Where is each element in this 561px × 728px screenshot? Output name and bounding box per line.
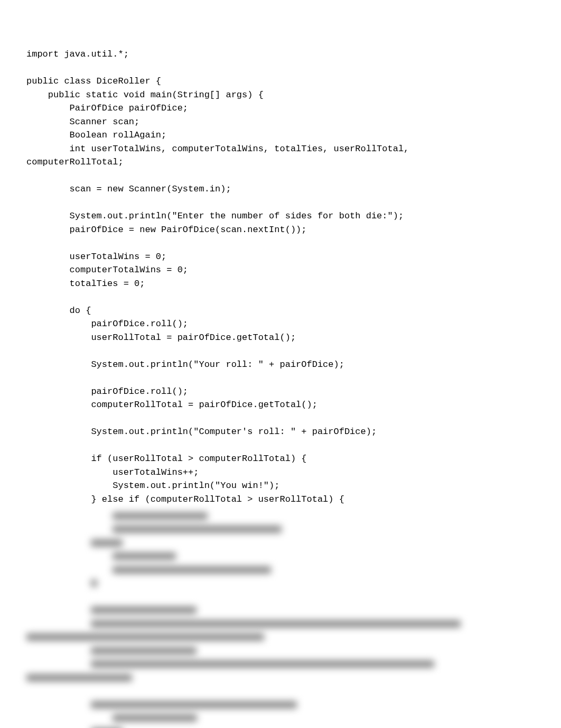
blurred-line [26, 698, 535, 712]
blurred-line [26, 631, 535, 644]
blurred-line [26, 604, 535, 618]
blurred-code-region [26, 509, 535, 728]
blurred-line [26, 577, 535, 591]
source-code-block: import java.util.*; public class DiceRol… [26, 48, 535, 506]
blurred-line [26, 671, 535, 685]
blurred-line [26, 509, 535, 523]
blurred-token [91, 701, 297, 708]
blurred-token [91, 579, 97, 587]
blurred-token [113, 512, 208, 520]
blurred-token [91, 606, 197, 614]
blurred-token [113, 566, 271, 574]
document-page: import java.util.*; public class DiceRol… [0, 0, 561, 728]
blurred-token [113, 552, 176, 560]
blurred-line [26, 712, 535, 725]
blurred-token [113, 714, 197, 722]
blurred-line [26, 563, 535, 577]
blurred-line [26, 523, 535, 537]
blurred-line [26, 658, 535, 671]
blurred-line [26, 536, 535, 550]
blurred-token [91, 539, 123, 547]
blurred-token [113, 526, 282, 533]
blurred-line [26, 550, 535, 564]
blurred-token [91, 620, 461, 628]
blurred-token [91, 660, 434, 668]
blurred-line [26, 590, 535, 604]
blurred-line [26, 644, 535, 658]
blurred-line [26, 685, 535, 698]
blurred-token [91, 647, 197, 655]
blurred-token [26, 633, 264, 641]
blurred-line [26, 617, 535, 631]
blurred-line [26, 725, 535, 728]
blurred-token [26, 674, 132, 681]
